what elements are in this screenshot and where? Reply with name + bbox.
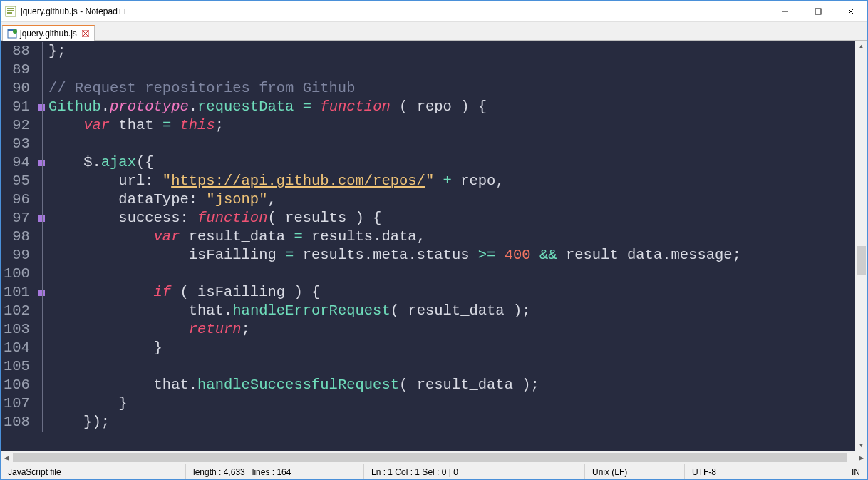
code-line[interactable]: } [48, 339, 855, 357]
fold-marker[interactable] [36, 283, 48, 302]
line-number: 93 [4, 135, 30, 153]
fold-marker[interactable] [36, 190, 48, 209]
line-number: 105 [4, 357, 30, 376]
line-number: 107 [4, 394, 30, 413]
tab-file[interactable]: jquery.github.js [2, 25, 95, 41]
code-line[interactable]: isFailling = results.meta.status >= 400 … [48, 246, 855, 265]
code-line[interactable]: that.handleErrorRequest( result_data ); [48, 302, 855, 320]
fold-marker[interactable] [36, 135, 48, 153]
fold-marker[interactable] [36, 228, 48, 246]
fold-marker[interactable] [36, 357, 48, 376]
line-number: 98 [4, 228, 30, 246]
fold-marker[interactable] [36, 302, 48, 320]
fold-marker[interactable] [36, 376, 48, 394]
code-line[interactable] [48, 265, 855, 283]
fold-marker[interactable] [36, 116, 48, 135]
fold-marker[interactable] [36, 265, 48, 283]
line-number: 97 [4, 209, 30, 228]
svg-point-10 [13, 29, 17, 34]
code-line[interactable]: var that = this; [48, 116, 855, 135]
fold-marker[interactable] [36, 320, 48, 339]
line-number: 102 [4, 302, 30, 320]
vertical-scrollbar[interactable]: ▲ ▼ [855, 41, 867, 451]
line-number: 108 [4, 413, 30, 432]
fold-marker[interactable] [36, 42, 48, 61]
scroll-right-icon[interactable]: ▶ [855, 451, 867, 464]
status-eol: Unix (LF) [585, 464, 685, 479]
tab-close-icon[interactable] [81, 29, 90, 38]
fold-column[interactable] [36, 41, 48, 451]
line-number: 92 [4, 116, 30, 135]
minimize-button[interactable] [769, 1, 802, 21]
code-line[interactable] [48, 135, 855, 153]
line-number: 106 [4, 376, 30, 394]
line-number: 96 [4, 190, 30, 209]
code-line[interactable]: } [48, 394, 855, 413]
fold-marker[interactable] [36, 98, 48, 116]
titlebar: jquery.github.js - Notepad++ [1, 1, 867, 22]
scroll-down-icon[interactable]: ▼ [855, 439, 867, 451]
code-line[interactable]: }); [48, 413, 855, 432]
code-line[interactable]: var result_data = results.data, [48, 228, 855, 246]
fold-marker[interactable] [36, 79, 48, 98]
line-number: 99 [4, 246, 30, 265]
app-icon [5, 6, 16, 17]
fold-marker[interactable] [36, 61, 48, 79]
scroll-thumb[interactable] [857, 246, 866, 275]
line-number: 103 [4, 320, 30, 339]
line-number: 91 [4, 98, 30, 116]
fold-marker[interactable] [36, 413, 48, 432]
svg-rect-1 [7, 8, 14, 9]
tab-label: jquery.github.js [20, 29, 77, 39]
line-number-gutter: 8889909192939495969798991001011021031041… [1, 41, 36, 451]
scroll-left-icon[interactable]: ◀ [1, 451, 13, 464]
scroll-track-h[interactable] [13, 451, 855, 464]
fold-marker[interactable] [36, 394, 48, 413]
scroll-track[interactable] [855, 53, 867, 439]
code-line[interactable]: $.ajax({ [48, 153, 855, 172]
svg-rect-3 [7, 12, 12, 14]
svg-rect-5 [815, 9, 821, 14]
code-line[interactable]: return; [48, 320, 855, 339]
maximize-button[interactable] [802, 1, 835, 21]
scroll-up-icon[interactable]: ▲ [855, 41, 867, 53]
line-number: 101 [4, 283, 30, 302]
horizontal-scrollbar[interactable]: ◀ ▶ [1, 451, 867, 464]
code-line[interactable]: // Request repositories from Github [48, 79, 855, 98]
line-number: 95 [4, 172, 30, 190]
fold-marker[interactable] [36, 172, 48, 190]
code-line[interactable] [48, 357, 855, 376]
svg-rect-2 [7, 10, 14, 11]
code-line[interactable]: if ( isFailling ) { [48, 283, 855, 302]
status-position: Ln : 1 Col : 1 Sel : 0 | 0 [364, 464, 585, 479]
fold-marker[interactable] [36, 209, 48, 228]
code-line[interactable]: success: function( results ) { [48, 209, 855, 228]
status-encoding: UTF-8 [685, 464, 777, 479]
file-icon [7, 29, 17, 39]
line-number: 88 [4, 42, 30, 61]
status-filetype: JavaScript file [1, 464, 186, 479]
fold-marker[interactable] [36, 339, 48, 357]
line-number: 89 [4, 61, 30, 79]
line-number: 94 [4, 153, 30, 172]
tab-bar: jquery.github.js [1, 22, 867, 41]
code-line[interactable]: url: "https://api.github.com/repos/" + r… [48, 172, 855, 190]
window-controls [769, 1, 867, 21]
code-editor[interactable]: 8889909192939495969798991001011021031041… [1, 41, 867, 451]
code-line[interactable]: dataType: "jsonp", [48, 190, 855, 209]
close-button[interactable] [835, 1, 867, 21]
status-mode: IN [844, 464, 867, 479]
fold-marker[interactable] [36, 246, 48, 265]
code-line[interactable]: that.handleSuccessfulRequest( result_dat… [48, 376, 855, 394]
code-content[interactable]: };// Request repositories from GithubGit… [48, 41, 855, 451]
line-number: 100 [4, 265, 30, 283]
status-length: length : 4,633 lines : 164 [186, 464, 364, 479]
status-bar: JavaScript file length : 4,633 lines : 1… [1, 464, 867, 479]
editor-area: 8889909192939495969798991001011021031041… [1, 41, 867, 464]
code-line[interactable]: }; [48, 42, 855, 61]
code-line[interactable]: Github.prototype.requestData = function … [48, 98, 855, 116]
fold-marker[interactable] [36, 153, 48, 172]
scroll-thumb-h[interactable] [13, 453, 847, 462]
code-line[interactable] [48, 61, 855, 79]
line-number: 104 [4, 339, 30, 357]
